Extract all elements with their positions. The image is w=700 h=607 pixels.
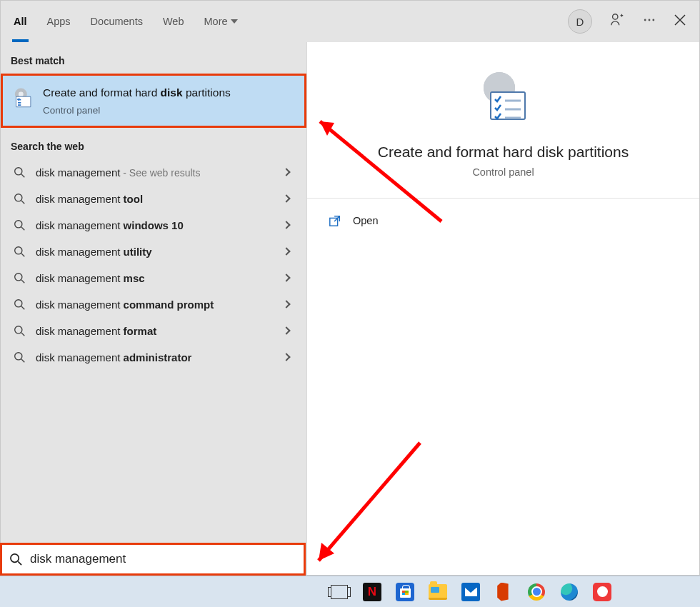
web-result-text: disk management utility [36, 246, 152, 258]
search-icon [14, 166, 26, 179]
taskbar-office[interactable] [491, 580, 516, 604]
taskbar-chrome[interactable] [524, 580, 549, 604]
taskbar-task-view[interactable] [327, 580, 351, 604]
search-icon [14, 246, 26, 258]
tab-more[interactable]: More [204, 1, 238, 42]
preview-header: Create and format hard disk partitions C… [307, 42, 699, 198]
chevron-right-icon [282, 248, 290, 256]
svg-point-9 [15, 221, 22, 228]
web-result-item[interactable]: disk management msc [1, 265, 306, 291]
svg-point-13 [15, 326, 22, 333]
best-match-title: Create and format hard disk partitions [43, 86, 231, 101]
svg-point-8 [15, 194, 22, 201]
taskbar-microsoft-store[interactable] [393, 580, 417, 604]
svg-point-3 [652, 19, 654, 21]
bm-title-bold: disk [161, 86, 183, 99]
web-result-text: disk management format [36, 325, 156, 337]
svg-point-10 [15, 247, 22, 254]
web-result-text: disk management command prompt [36, 299, 214, 311]
svg-point-7 [15, 168, 22, 175]
taskbar-vivaldi[interactable] [590, 580, 614, 604]
chevron-right-icon [282, 195, 290, 203]
user-avatar[interactable]: D [568, 9, 592, 34]
close-icon[interactable] [674, 14, 686, 29]
tab-documents[interactable]: Documents [91, 1, 143, 42]
svg-point-1 [644, 19, 646, 21]
web-result-item[interactable]: disk management utility [1, 239, 306, 265]
web-result-item[interactable]: disk management command prompt [1, 291, 306, 318]
taskbar: N [0, 576, 700, 607]
search-icon [9, 553, 23, 566]
results-pane: Best match Create and format hard disk p… [1, 42, 306, 575]
ellipsis-icon[interactable] [642, 13, 656, 30]
chevron-right-icon [282, 169, 290, 176]
web-result-text: disk management msc [36, 272, 145, 284]
svg-rect-16 [491, 92, 525, 119]
search-icon [14, 325, 26, 337]
preview-pane: Create and format hard disk partitions C… [306, 42, 699, 575]
taskbar-netflix[interactable]: N [360, 580, 384, 604]
search-icon [14, 299, 26, 311]
chevron-right-icon [282, 301, 290, 308]
bm-title-prefix: Create and format hard [43, 86, 161, 99]
best-match-heading: Best match [1, 42, 306, 74]
search-icon [14, 272, 26, 284]
tab-more-label: More [204, 16, 228, 27]
search-input-box[interactable] [0, 543, 306, 576]
best-match-result[interactable]: Create and format hard disk partitions C… [1, 74, 306, 128]
web-result-item[interactable]: disk management administrator [1, 344, 306, 371]
svg-point-5 [19, 92, 24, 97]
web-results-list: disk management - See web resultsdisk ma… [1, 159, 306, 371]
best-match-subtitle: Control panel [43, 105, 231, 116]
svg-point-18 [11, 553, 19, 561]
search-filter-bar: All Apps Documents Web More D [1, 1, 699, 42]
windows-search-panel: All Apps Documents Web More D Best match [0, 0, 700, 576]
taskbar-edge[interactable] [557, 580, 581, 604]
taskbar-file-explorer[interactable] [426, 580, 450, 604]
preview-title: Create and format hard disk partitions [321, 144, 685, 161]
open-action[interactable]: Open [307, 199, 699, 243]
chevron-down-icon [231, 19, 238, 24]
tab-web[interactable]: Web [163, 1, 184, 42]
tab-apps[interactable]: Apps [47, 1, 71, 42]
filter-tabs: All Apps Documents Web More [14, 1, 238, 42]
search-body: Best match Create and format hard disk p… [1, 42, 699, 575]
web-result-text: disk management - See web results [36, 166, 200, 179]
best-match-text: Create and format hard disk partitions C… [43, 86, 231, 116]
tab-all[interactable]: All [14, 1, 27, 42]
preview-subtitle: Control panel [321, 166, 685, 178]
svg-point-2 [649, 19, 651, 21]
chevron-right-icon [282, 327, 290, 335]
web-result-item[interactable]: disk management tool [1, 186, 306, 212]
taskbar-mail[interactable] [459, 580, 483, 604]
search-icon [14, 219, 26, 231]
web-result-item[interactable]: disk management - See web results [1, 159, 306, 186]
open-label: Open [353, 215, 378, 226]
web-result-item[interactable]: disk management windows 10 [1, 212, 306, 239]
disk-management-icon [10, 86, 34, 110]
chevron-right-icon [282, 221, 290, 229]
chevron-right-icon [282, 353, 290, 361]
top-right-controls: D [568, 9, 686, 34]
search-web-heading: Search the web [1, 128, 306, 159]
search-input[interactable] [30, 552, 296, 566]
web-result-text: disk management administrator [36, 351, 191, 363]
web-result-text: disk management windows 10 [36, 219, 184, 231]
search-icon [14, 193, 26, 205]
web-result-item[interactable]: disk management format [1, 318, 306, 344]
web-result-text: disk management tool [36, 193, 143, 205]
svg-point-11 [15, 274, 22, 281]
open-icon [329, 214, 341, 227]
feedback-icon[interactable] [609, 12, 625, 31]
svg-point-12 [15, 300, 22, 307]
search-icon [14, 351, 26, 363]
svg-point-14 [15, 353, 22, 360]
chevron-right-icon [282, 274, 290, 282]
bm-title-suffix: partitions [183, 86, 231, 99]
svg-point-0 [613, 14, 618, 19]
preview-app-icon [474, 68, 534, 128]
